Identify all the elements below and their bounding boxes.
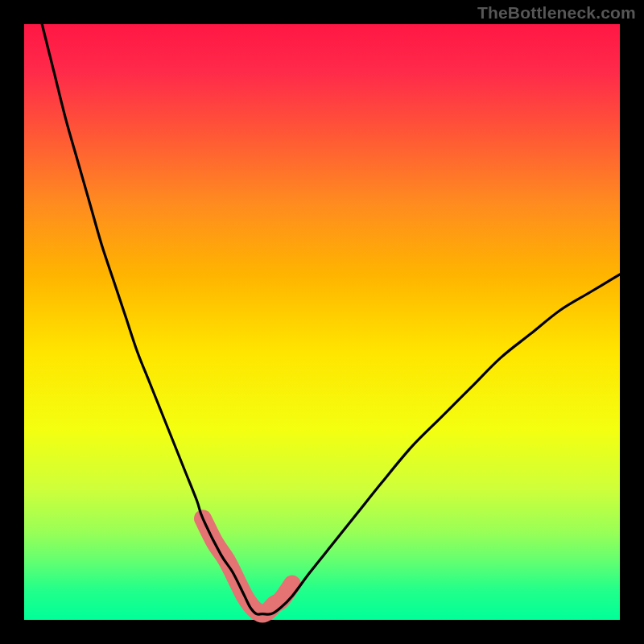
- bottleneck-curve: [42, 24, 620, 614]
- chart-svg: [24, 24, 620, 620]
- highlight-band: [195, 510, 300, 613]
- attribution-text: TheBottleneck.com: [477, 3, 636, 23]
- chart-frame: TheBottleneck.com: [0, 0, 644, 644]
